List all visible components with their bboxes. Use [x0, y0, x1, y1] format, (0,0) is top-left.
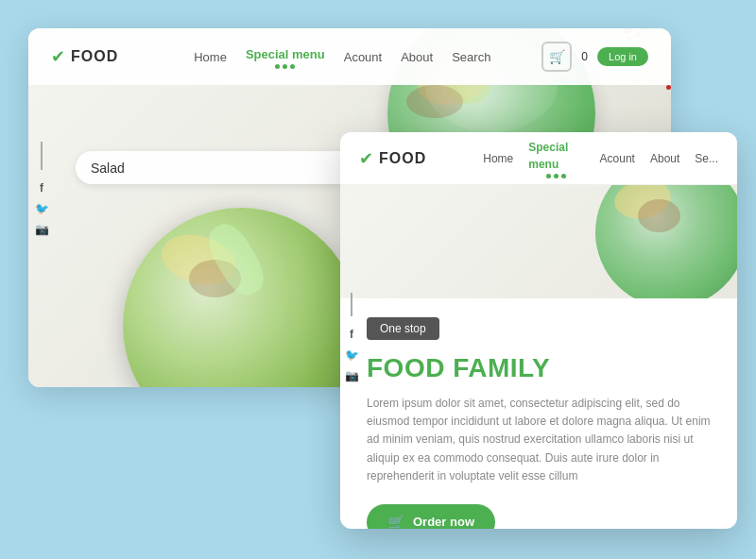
- social-sidebar-back: f 🐦 📷: [28, 142, 55, 236]
- nav-search-back[interactable]: Search: [452, 50, 490, 64]
- food-description: Lorem ipsum dolor sit amet, consectetur …: [367, 395, 711, 485]
- twitter-icon-front[interactable]: 🐦: [345, 348, 359, 362]
- order-button-label: Order now: [413, 515, 474, 529]
- leaf-icon: ✔: [51, 46, 65, 67]
- twitter-icon-back[interactable]: 🐦: [35, 202, 49, 215]
- cart-icon: 🛒: [549, 49, 565, 64]
- front-header: ✔ FOOD Home Special menu Acount About Se…: [340, 132, 737, 185]
- login-button[interactable]: Log in: [597, 47, 648, 66]
- back-logo: ✔ FOOD: [51, 46, 118, 67]
- nav-dot-f1: [546, 174, 551, 178]
- tag-button[interactable]: One stop: [367, 317, 439, 340]
- facebook-icon-front[interactable]: f: [350, 328, 353, 341]
- order-button[interactable]: 🛒 Order now: [367, 504, 495, 529]
- salad-front-decoration: [595, 185, 737, 298]
- nav-dot-2: [283, 64, 287, 69]
- cart-icon-wrapper[interactable]: 🛒: [541, 42, 572, 72]
- back-nav: Home Special menu Acount About Search: [194, 45, 490, 69]
- instagram-icon-front[interactable]: 📷: [345, 369, 359, 382]
- social-line-front: [351, 293, 352, 316]
- nav-home-back[interactable]: Home: [194, 50, 227, 64]
- instagram-icon-back[interactable]: 📷: [35, 223, 49, 236]
- nav-dot-f3: [561, 174, 566, 178]
- nav-about-front[interactable]: About: [650, 152, 679, 165]
- nav-dots-front: [528, 174, 584, 178]
- nav-dot-f2: [554, 174, 558, 178]
- brand-name-front: FOOD: [379, 150, 426, 167]
- front-card: ✔ FOOD Home Special menu Acount About Se…: [340, 132, 737, 529]
- nav-dots-back: [246, 64, 325, 69]
- cart-count: 0: [581, 50, 588, 63]
- back-header: ✔ FOOD Home Special menu Acount About Se…: [28, 28, 671, 85]
- front-content: One stop FOOD FAMILY Lorem ipsum dolor s…: [340, 298, 737, 529]
- cart-emoji-icon: 🛒: [387, 514, 405, 529]
- nav-account-back[interactable]: Acount: [344, 50, 382, 64]
- food-title: FOOD FAMILY: [367, 353, 711, 383]
- nav-dot-1: [275, 64, 280, 69]
- facebook-icon-back[interactable]: f: [40, 181, 43, 195]
- nav-special-menu-link-front[interactable]: Special menu: [528, 141, 568, 171]
- nav-about-back[interactable]: About: [401, 50, 433, 64]
- brand-name: FOOD: [71, 48, 118, 65]
- nav-special-menu-front-wrap[interactable]: Special menu: [528, 138, 584, 178]
- leaf-icon-front: ✔: [359, 148, 373, 169]
- nav-special-menu-back[interactable]: Special menu: [246, 45, 325, 69]
- social-line-back: [41, 142, 43, 170]
- front-nav: Home Special menu Acount About Se...: [483, 138, 718, 178]
- back-header-right: 🛒 0 Log in: [541, 42, 648, 72]
- nav-search-front[interactable]: Se...: [695, 152, 718, 165]
- social-sidebar-front: f 🐦 📷: [340, 293, 363, 382]
- nav-account-front[interactable]: Acount: [600, 152, 635, 165]
- nav-dot-3: [290, 64, 295, 69]
- nav-special-menu-link-back[interactable]: Special menu: [246, 47, 325, 61]
- front-logo: ✔ FOOD: [359, 148, 426, 169]
- nav-home-front[interactable]: Home: [483, 152, 513, 165]
- front-hero-area: [340, 185, 737, 298]
